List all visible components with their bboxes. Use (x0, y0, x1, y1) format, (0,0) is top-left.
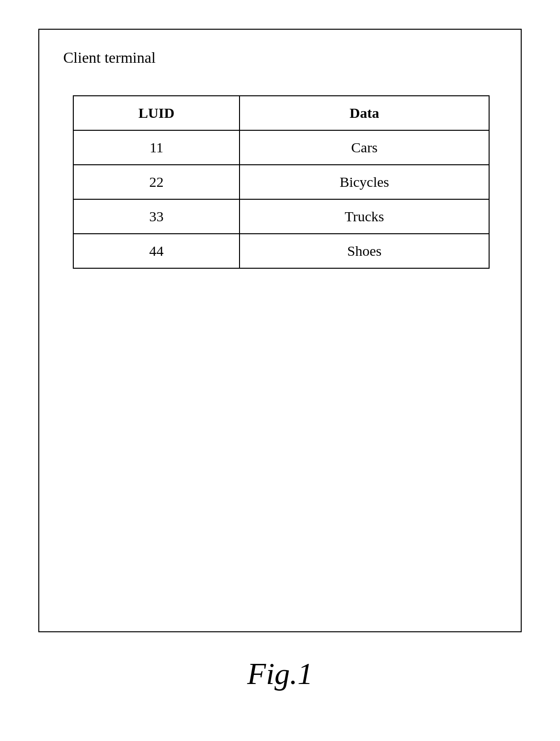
page-container: Client terminal LUID Data 11Cars22Bicycl… (0, 0, 560, 741)
cell-luid-1: 22 (73, 165, 240, 199)
cell-data-0: Cars (240, 130, 489, 165)
table-row: 11Cars (73, 130, 489, 165)
data-table: LUID Data 11Cars22Bicycles33Trucks44Shoe… (73, 95, 490, 269)
table-row: 44Shoes (73, 234, 489, 268)
cell-data-3: Shoes (240, 234, 489, 268)
header-luid: LUID (73, 96, 240, 130)
header-data: Data (240, 96, 489, 130)
cell-luid-0: 11 (73, 130, 240, 165)
table-row: 33Trucks (73, 199, 489, 234)
client-terminal-box: Client terminal LUID Data 11Cars22Bicycl… (38, 29, 522, 632)
cell-luid-2: 33 (73, 199, 240, 234)
table-header-row: LUID Data (73, 96, 489, 130)
figure-label: Fig.1 (247, 656, 313, 692)
terminal-label: Client terminal (63, 49, 156, 67)
cell-data-2: Trucks (240, 199, 489, 234)
table-row: 22Bicycles (73, 165, 489, 199)
cell-luid-3: 44 (73, 234, 240, 268)
cell-data-1: Bicycles (240, 165, 489, 199)
